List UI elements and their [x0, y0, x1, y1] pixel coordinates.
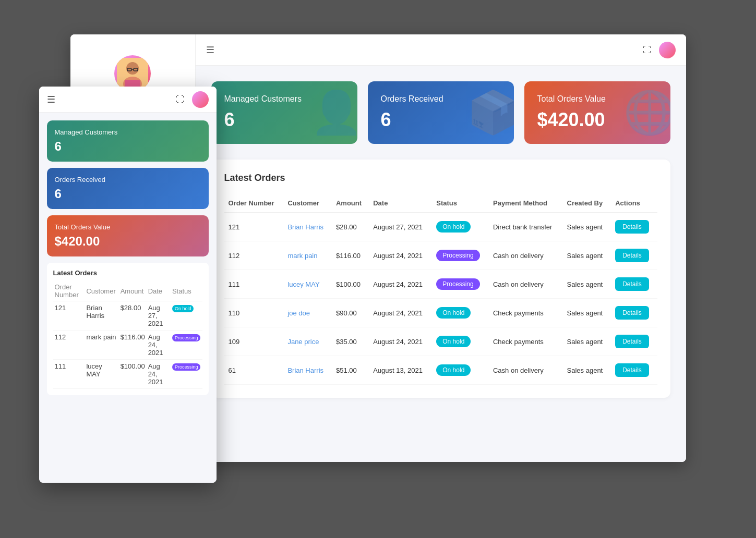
- mini-table-row: 111 lucey MAY $100.00 Aug 24, 2021 Proce…: [53, 360, 202, 389]
- mini-cell-date: Aug 24, 2021: [147, 360, 171, 389]
- table-row: 109 Jane price $35.00 August 24, 2021 On…: [224, 327, 657, 356]
- mini-cell-customer: mark pain: [85, 331, 118, 360]
- cell-order-number: 111: [224, 270, 284, 299]
- cell-date: August 24, 2021: [369, 299, 432, 327]
- mini-status-badge: Processing: [172, 334, 201, 341]
- managed-customers-card: 👤 Managed Customers 6: [211, 81, 357, 144]
- cell-customer[interactable]: Brian Harris: [283, 213, 332, 241]
- topbar-avatar: [659, 42, 676, 58]
- col-amount: Amount: [332, 194, 369, 213]
- topbar-front-right: ⛶: [176, 91, 209, 108]
- status-badge: Processing: [436, 250, 479, 261]
- cell-amount: $100.00: [332, 270, 369, 299]
- col-actions: Actions: [611, 194, 657, 213]
- table-row: 111 lucey MAY $100.00 August 24, 2021 Pr…: [224, 270, 657, 299]
- cell-customer[interactable]: Jane price: [283, 327, 332, 356]
- cell-status: Processing: [432, 270, 489, 299]
- cell-order-number: 110: [224, 299, 284, 327]
- topbar-front-avatar: [192, 91, 209, 108]
- details-button[interactable]: Details: [615, 220, 649, 234]
- topbar-front: ☰ ⛶: [39, 87, 217, 113]
- cell-date: August 24, 2021: [369, 241, 432, 270]
- mini-col-status: Status: [171, 281, 202, 301]
- cell-customer[interactable]: Brian Harris: [283, 356, 332, 385]
- table-row: 121 Brian Harris $28.00 August 27, 2021 …: [224, 213, 657, 241]
- topbar-right: ⛶: [643, 42, 676, 58]
- status-badge: On hold: [436, 336, 471, 347]
- mini-cell-order: 111: [53, 360, 85, 389]
- cell-amount: $51.00: [332, 356, 369, 385]
- details-button[interactable]: Details: [615, 277, 649, 291]
- cell-date: August 13, 2021: [369, 356, 432, 385]
- cell-amount: $35.00: [332, 327, 369, 356]
- front-content: Managed Customers 6 Orders Received 6 To…: [39, 113, 217, 483]
- topbar-back: ☰ ⛶: [196, 34, 686, 66]
- hamburger-icon[interactable]: ☰: [206, 44, 214, 56]
- table-row: 110 joe doe $90.00 August 24, 2021 On ho…: [224, 299, 657, 327]
- front-orders-mini: Latest Orders Order Number Customer Amou…: [47, 263, 209, 395]
- main-content-back: ☰ ⛶ 👤 Managed Customers 6 📦 Orders Recei…: [196, 34, 686, 462]
- cell-status: Processing: [432, 241, 489, 270]
- mini-col-order: Order Number: [53, 281, 85, 301]
- details-button[interactable]: Details: [615, 363, 649, 377]
- details-button[interactable]: Details: [615, 249, 649, 262]
- front-managed-value: 6: [55, 139, 201, 154]
- cell-created-by: Sales agent: [563, 213, 611, 241]
- cell-date: August 27, 2021: [369, 213, 432, 241]
- hamburger-front-icon[interactable]: ☰: [47, 94, 55, 105]
- cell-order-number: 61: [224, 356, 284, 385]
- col-status: Status: [432, 194, 489, 213]
- orders-table: Order Number Customer Amount Date Status…: [224, 194, 657, 385]
- cell-created-by: Sales agent: [563, 299, 611, 327]
- cell-date: August 24, 2021: [369, 327, 432, 356]
- latest-orders-title: Latest Orders: [224, 173, 657, 184]
- cell-amount: $90.00: [332, 299, 369, 327]
- scene: bob Sales Agent 👤 ↪ 🖥 Dashboard 👤 Custom…: [39, 34, 717, 504]
- cell-payment-method: Cash on delivery: [489, 241, 563, 270]
- front-total-value: $420.00: [55, 234, 201, 249]
- front-orders-label: Orders Received: [55, 176, 201, 184]
- front-managed-label: Managed Customers: [55, 128, 201, 136]
- mini-cell-order: 112: [53, 331, 85, 360]
- mini-cell-amount: $116.00: [119, 331, 147, 360]
- cell-customer[interactable]: lucey MAY: [283, 270, 332, 299]
- cell-actions: Details: [611, 356, 657, 385]
- front-orders-value: 6: [55, 187, 201, 201]
- mini-status-badge: Processing: [172, 363, 201, 371]
- mini-col-amount: Amount: [119, 281, 147, 301]
- status-badge: Processing: [436, 278, 479, 290]
- table-row: 112 mark pain $116.00 August 24, 2021 Pr…: [224, 241, 657, 270]
- front-orders-mini-title: Latest Orders: [53, 269, 202, 277]
- mini-cell-status: Processing: [171, 360, 202, 389]
- col-payment-method: Payment Method: [489, 194, 563, 213]
- cell-customer[interactable]: mark pain: [283, 241, 332, 270]
- expand-front-icon[interactable]: ⛶: [176, 95, 184, 104]
- card-bg-icon: 👤: [310, 88, 357, 137]
- expand-icon[interactable]: ⛶: [643, 45, 651, 55]
- cell-status: On hold: [432, 356, 489, 385]
- cell-created-by: Sales agent: [563, 327, 611, 356]
- status-badge: On hold: [436, 364, 471, 376]
- details-button[interactable]: Details: [615, 306, 649, 320]
- mini-cell-customer: Brian Harris: [85, 301, 118, 331]
- details-button[interactable]: Details: [615, 335, 649, 348]
- mini-table-row: 121 Brian Harris $28.00 Aug 27, 2021 On …: [53, 301, 202, 331]
- cell-status: On hold: [432, 213, 489, 241]
- mini-table-row: 112 mark pain $116.00 Aug 24, 2021 Proce…: [53, 331, 202, 360]
- front-total-card: Total Orders Value $420.00: [47, 215, 209, 256]
- cell-actions: Details: [611, 327, 657, 356]
- cell-payment-method: Direct bank transfer: [489, 213, 563, 241]
- cell-actions: Details: [611, 299, 657, 327]
- cell-order-number: 109: [224, 327, 284, 356]
- front-orders-received-card: Orders Received 6: [47, 168, 209, 209]
- mini-cell-order: 121: [53, 301, 85, 331]
- cell-payment-method: Cash on delivery: [489, 356, 563, 385]
- cell-payment-method: Check payments: [489, 299, 563, 327]
- cell-customer[interactable]: joe doe: [283, 299, 332, 327]
- cell-payment-method: Cash on delivery: [489, 270, 563, 299]
- col-date: Date: [369, 194, 432, 213]
- total-orders-value-card: 🌐 Total Orders Value $420.00: [524, 81, 670, 144]
- table-row: 61 Brian Harris $51.00 August 13, 2021 O…: [224, 356, 657, 385]
- mini-cell-status: Processing: [171, 331, 202, 360]
- mini-cell-date: Aug 24, 2021: [147, 331, 171, 360]
